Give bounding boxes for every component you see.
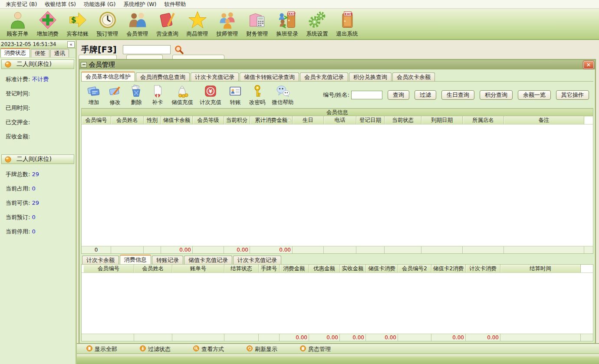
bottom-strip [77,354,599,364]
balance-list-button[interactable]: 余额一览 [518,90,551,100]
toolbar-button-exit-system[interactable]: EXIT退出系统 [332,10,362,39]
tab-member-count-card-balance[interactable]: 会员次卡余额 [392,72,435,81]
sidebar-collapse-button[interactable]: « [67,41,75,48]
column-header[interactable]: 会员等级 [193,116,224,124]
action-add-button[interactable]: 增加 [86,84,101,106]
magnifier-icon[interactable] [174,45,184,55]
column-header[interactable]: 储值卡余额 [161,116,193,124]
tab-count-card-balance[interactable]: 计次卡余额 [82,256,119,264]
filter-status-icon [140,345,148,353]
column-header[interactable]: 累计消费金额 [250,116,293,124]
member-search-input[interactable] [351,91,382,99]
column-header[interactable]: 会员编号 [82,116,111,124]
menu-item-guest-register[interactable]: 来宾登记 (B) [2,0,41,9]
action-label: 微信帮助 [272,99,294,106]
action-change-password-button[interactable]: 改密码 [249,84,266,106]
datetime-bar: 2023-12-05 16:51:34 « [0,40,76,49]
search-group: 编号/姓名: 查询过滤生日查询积分查询余额一览其它操作 [323,90,589,100]
toolbar-button-business-query[interactable]: 营业查询 [152,10,182,39]
column-header[interactable]: 消费金额 [280,265,309,272]
tab-consume-info[interactable]: 消费信息 [120,255,151,264]
tab-count-card-recharge-log2[interactable]: 计次卡充值记录 [233,256,281,264]
statusbar-show-all-button[interactable]: 显示全部 [86,345,117,353]
column-header[interactable]: 登记日期 [356,116,385,124]
column-header[interactable]: 到期日期 [421,116,463,124]
action-reissue-card-button[interactable]: 补卡 [150,84,165,106]
column-header[interactable]: 电话 [324,116,356,124]
tab-transfer-log[interactable]: 转账记录 [152,256,183,264]
field-label: 已交押金: [6,119,30,125]
room-section-header[interactable]: 二人间(床位) [1,59,74,69]
column-header[interactable]: 性别 [144,116,161,124]
sidebar-tab-memo[interactable]: 便签 [31,49,49,57]
toolbar-button-add-consume[interactable]: 增加消费 [33,10,63,39]
birthday-query-button[interactable]: 生日查询 [441,90,474,100]
toolbar-button-booking-manage[interactable]: 预订管理 [92,10,122,39]
column-header[interactable]: 储值卡消费 [366,265,398,272]
toolbar-button-guest-checkout[interactable]: $宾客结账 [63,10,92,39]
tab-member-card-recharge-log[interactable]: 会员卡充值记录 [300,72,348,81]
toolbar-button-shift-login[interactable]: EXIT换班登录 [272,10,302,39]
column-header[interactable]: 储值卡2消费 [431,265,466,272]
handcard-input[interactable] [123,45,171,54]
toolbar-button-finance-manage[interactable]: 财务管理 [242,10,272,39]
action-stored-recharge-button[interactable]: 储值充值 [171,84,193,106]
other-ops-button[interactable]: 其它操作 [556,90,589,100]
action-count-recharge-button[interactable]: ¥计次充值 [200,84,221,106]
toolbar-button-technician-manage[interactable]: 技师管理 [212,10,242,39]
toolbar-button-goods-manage[interactable]: 商品管理 [182,10,212,39]
field-value: 29 [32,200,39,206]
column-header[interactable]: 当前状态 [385,116,421,124]
action-delete-button[interactable]: 删除 [129,84,144,106]
column-header[interactable]: 所属店名 [463,116,504,124]
column-header[interactable]: 备注 [504,116,584,124]
menu-item-software-help[interactable]: 软件帮助 [161,0,190,9]
column-header[interactable]: 会员姓名 [134,265,172,272]
column-header[interactable]: 会员姓名 [111,116,144,124]
menu-item-cashier-settle[interactable]: 收银结算 (S) [41,0,80,9]
tab-stored-card-transfer-query[interactable]: 储值卡转账记录查询 [240,72,299,81]
statusbar-view-mode-button[interactable]: 查看方式 [193,345,224,353]
filter-button[interactable]: 过滤 [415,90,436,100]
room-section-header[interactable]: 二人间(床位) [1,154,74,164]
action-wechat-help-button[interactable]: 微信帮助 [272,84,294,106]
column-header[interactable]: 实收金额 [340,265,366,272]
sidebar-tab-message[interactable]: 通讯 [50,49,69,57]
toolbar-button-system-settings[interactable]: 系统设置 [302,10,332,39]
column-header[interactable]: 优惠金额 [309,265,340,272]
sidebar-tab-consume-status[interactable]: 消费状态 [0,48,30,57]
customer-open-icon [8,10,28,30]
action-edit-button[interactable]: 修改 [108,84,122,106]
field-value: 不计费 [32,76,49,82]
window-buttons: 查询过滤生日查询积分查询余额一览其它操作 [382,90,589,100]
column-header[interactable]: 当前积分 [224,116,250,124]
column-header-label: 会员姓名 [142,265,164,272]
tab-member-consume-query[interactable]: 会员消费信息查询 [136,72,190,81]
statusbar-room-status-button[interactable]: 房态管理 [300,345,331,353]
toolbar-button-customer-open[interactable]: 顾客开单 [3,10,33,39]
column-header[interactable]: 计次卡消费 [466,265,500,272]
points-query-button[interactable]: 积分查询 [480,90,513,100]
window-toolbar: 增加修改删除补卡储值充值¥计次充值转账改密码微信帮助 编号/姓名: 查询过滤生日… [81,82,593,108]
column-header-label: 计次卡消费 [469,265,497,272]
column-header[interactable]: 结算时间 [500,265,581,272]
tab-stored-card-recharge-log[interactable]: 储值卡充值记录 [184,256,232,264]
tab-count-card-recharge-log[interactable]: 计次卡充值记录 [191,72,239,81]
column-header[interactable]: 账单号 [172,265,224,272]
close-icon[interactable]: ✕ [583,61,594,69]
tab-points-exchange-query[interactable]: 积分兑换查询 [349,72,392,81]
window-system-icon[interactable] [81,62,87,68]
menu-item-function-select[interactable]: 功能选择 (G) [80,0,119,9]
column-header[interactable]: 结算状态 [224,265,259,272]
statusbar-filter-status-button[interactable]: 过滤状态 [140,345,171,353]
statusbar-refresh-display-button[interactable]: 刷新显示 [247,345,277,353]
column-header[interactable]: 生日 [293,116,324,124]
action-transfer-button[interactable]: 转账 [228,84,243,106]
toolbar-button-member-manage[interactable]: 会员管理 [122,10,152,39]
tab-member-info-maintain[interactable]: 会员基本信息维护 [81,72,135,81]
column-header[interactable]: 手牌号 [259,265,280,272]
menu-item-system-maintain[interactable]: 系统维护 (W) [119,0,160,9]
query-button[interactable]: 查询 [388,90,409,100]
column-header[interactable]: 会员编号 [83,265,134,272]
column-header[interactable]: 会员编号2 [398,265,431,272]
